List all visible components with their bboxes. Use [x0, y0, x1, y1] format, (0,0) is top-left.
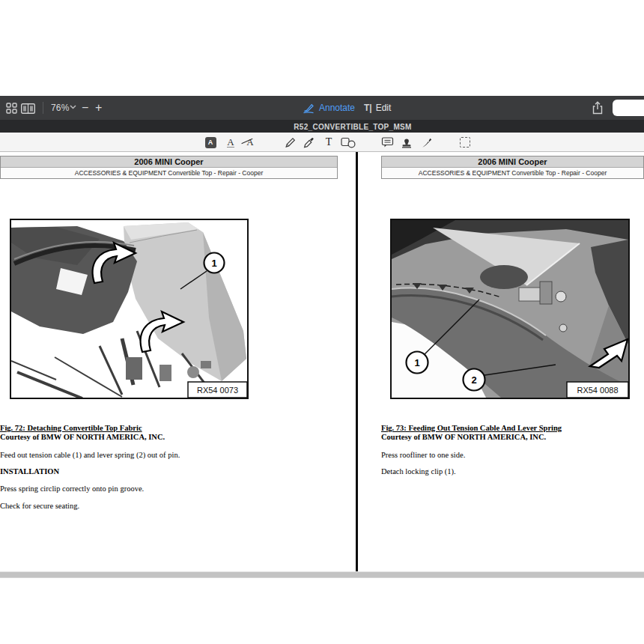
callout-1-number: 1 — [211, 258, 216, 269]
note-icon — [381, 136, 394, 148]
edit-button[interactable]: T| Edit — [364, 96, 391, 120]
page-gap-divider — [356, 152, 358, 571]
page-header-title: 2006 MINI Cooper — [382, 157, 643, 168]
selection-rect-icon — [460, 137, 470, 148]
note-tool-button[interactable] — [380, 135, 395, 150]
figure-caption-title: Fig. 73: Feeding Out Tension Cable And L… — [381, 424, 562, 432]
figure-ref-label: RX54 0088 — [577, 386, 618, 395]
zoom-in-button[interactable]: + — [95, 96, 102, 120]
chevron-down-icon — [70, 105, 76, 109]
underline-text-button[interactable]: A — [223, 135, 238, 150]
figure-ref-label: RX54 0073 — [197, 386, 238, 395]
body-paragraph: Detach locking clip (1). — [381, 467, 456, 476]
shapes-icon — [341, 137, 356, 148]
document-titlebar: R52_CONVERTIBLE_TOP_MSM — [0, 120, 644, 133]
stamp-tool-button[interactable] — [399, 135, 414, 150]
text-tool-button[interactable]: T — [321, 135, 336, 150]
edit-text-icon: T| — [364, 103, 372, 113]
window-bottom-strip — [0, 571, 644, 578]
search-input[interactable] — [613, 100, 644, 116]
strikethrough-text-button[interactable]: A — [243, 135, 258, 150]
page-right: 2006 MINI Cooper ACCESSORIES & EQUIPMENT… — [381, 152, 644, 571]
selection-tool-button[interactable] — [458, 135, 473, 150]
page-header-title: 2006 MINI Cooper — [1, 157, 337, 168]
figure-caption-credit: Courtesy of BMW OF NORTH AMERICA, INC. — [0, 433, 165, 441]
thumbnail-view-button[interactable] — [6, 103, 17, 114]
underline-text-icon: A — [227, 137, 234, 148]
figure-ref-box: RX54 0073 — [188, 382, 247, 398]
page-left-header: 2006 MINI Cooper ACCESSORIES & EQUIPMENT… — [0, 156, 338, 179]
draw-tool-button[interactable] — [301, 135, 316, 150]
callout-2-number: 2 — [471, 374, 476, 386]
two-page-view-button[interactable] — [21, 103, 35, 114]
page-right-header: 2006 MINI Cooper ACCESSORIES & EQUIPMENT… — [381, 156, 644, 179]
pdf-viewer-window: 76% − + Annotate T| Edit — [0, 96, 644, 578]
document-content: 2006 MINI Cooper ACCESSORIES & EQUIPMENT… — [0, 152, 644, 571]
figure-caption-title: Fig. 72: Detaching Convertible Top Fabri… — [0, 424, 142, 432]
figure-caption-credit: Courtesy of BMW OF NORTH AMERICA, INC. — [381, 433, 546, 441]
two-page-view-icon — [21, 103, 35, 114]
grid-view-icon — [6, 103, 17, 114]
convertible-top-fabric-illustration: 1 RX54 0073 — [11, 220, 247, 398]
body-paragraph: Press spring circlip correctly onto pin … — [0, 484, 144, 493]
body-paragraph: Feed out tension cable (1) and lever spr… — [0, 451, 180, 459]
tension-cable-illustration: 1 2 RX54 0088 — [392, 220, 628, 398]
shapes-tool-button[interactable] — [341, 135, 356, 150]
main-toolbar: 76% − + Annotate T| Edit — [0, 96, 644, 120]
text-tool-icon: T — [326, 136, 332, 148]
sketch-tool-button[interactable] — [282, 135, 297, 150]
body-paragraph: Check for secure seating. — [0, 502, 79, 510]
zoom-level-dropdown[interactable]: 76% — [51, 96, 70, 120]
body-paragraph: Press roofliner to one side. — [381, 451, 465, 459]
zoom-out-button[interactable]: − — [82, 96, 88, 120]
highlight-text-button[interactable]: A — [203, 135, 218, 150]
marker-icon — [303, 136, 315, 149]
callout-1-number: 1 — [414, 357, 419, 368]
signature-tool-button[interactable] — [419, 135, 434, 150]
highlight-text-icon: A — [205, 137, 216, 148]
page-left: 2006 MINI Cooper ACCESSORIES & EQUIPMENT… — [0, 152, 338, 571]
annotate-label: Annotate — [319, 103, 355, 113]
signature-pen-icon — [421, 136, 433, 149]
section-heading: INSTALLATION — [0, 467, 59, 476]
pencil-icon — [284, 136, 297, 149]
screen: 76% − + Annotate T| Edit — [0, 0, 644, 644]
figure-rx54-0088: 1 2 RX54 0088 — [390, 219, 630, 399]
figure-ref-box: RX54 0088 — [567, 382, 628, 398]
edit-label: Edit — [376, 103, 392, 113]
page-header-subtitle: ACCESSORIES & EQUIPMENT Convertible Top … — [1, 168, 337, 178]
markup-toolbar: A A A T — [0, 133, 644, 152]
document-title: R52_CONVERTIBLE_TOP_MSM — [294, 122, 411, 130]
share-icon — [592, 101, 604, 115]
dark-underside-shapes — [11, 226, 137, 334]
annotate-pen-icon — [303, 103, 315, 114]
page-header-subtitle: ACCESSORIES & EQUIPMENT Convertible Top … — [382, 168, 643, 178]
figure-rx54-0073: 1 RX54 0073 — [10, 219, 249, 399]
toolbar-divider — [43, 102, 43, 114]
share-button[interactable] — [592, 101, 604, 118]
annotate-button[interactable]: Annotate — [303, 96, 355, 120]
stamp-icon — [401, 136, 413, 148]
